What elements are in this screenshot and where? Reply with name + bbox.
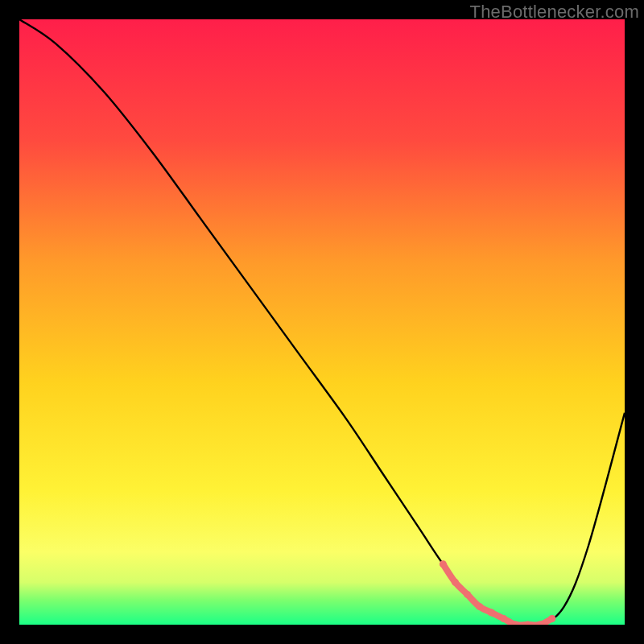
- sweet-spot-dot: [488, 609, 495, 616]
- watermark-text: TheBottlenecker.com: [470, 2, 639, 23]
- chart-background: [19, 19, 625, 625]
- sweet-spot-dot: [500, 615, 507, 622]
- sweet-spot-dot: [476, 603, 483, 610]
- chart-frame: [19, 19, 625, 625]
- bottleneck-chart: [19, 19, 625, 625]
- sweet-spot-dot: [452, 579, 459, 586]
- sweet-spot-dot: [440, 560, 447, 568]
- sweet-spot-dot: [464, 591, 471, 598]
- sweet-spot-dot: [548, 615, 555, 622]
